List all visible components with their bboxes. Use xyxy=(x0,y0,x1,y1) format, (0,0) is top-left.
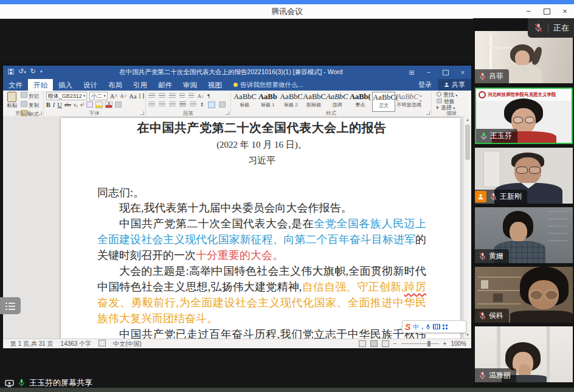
styles-dialog-launcher[interactable] xyxy=(426,111,430,115)
chinese-mode-icon[interactable]: 中 xyxy=(413,324,419,330)
close-icon[interactable]: × xyxy=(556,4,574,18)
shading-icon[interactable] xyxy=(208,101,215,108)
styles-scroll-up-icon[interactable]: ▴ xyxy=(420,93,421,97)
maximize-icon[interactable] xyxy=(538,4,556,18)
distributed-icon[interactable] xyxy=(190,101,196,108)
clipboard-dialog-launcher[interactable] xyxy=(38,111,42,115)
tell-me-box[interactable]: 告诉我您想要做什么... xyxy=(227,79,309,91)
word-restore-icon[interactable] xyxy=(437,66,454,79)
participant-tile-lvfei[interactable]: 吕菲 xyxy=(475,31,573,83)
word-minimize-icon[interactable]: − xyxy=(420,66,437,79)
tab-references[interactable]: 引用 xyxy=(128,79,153,91)
style-heading2[interactable]: AaBbC标题 2 xyxy=(280,92,302,111)
superscript-button[interactable]: x² xyxy=(80,102,84,108)
sort-icon[interactable]: A↓ xyxy=(198,93,204,99)
word-count[interactable]: 14363 个字 xyxy=(61,340,92,348)
zoom-slider[interactable] xyxy=(401,343,439,344)
strikethrough-button[interactable]: abc xyxy=(64,102,71,108)
underline-button[interactable]: U xyxy=(57,101,62,108)
ribbon-display-options-icon[interactable]: ⊞ xyxy=(403,66,420,79)
align-left-icon[interactable] xyxy=(148,101,155,108)
line-spacing-icon[interactable]: ⇕ xyxy=(200,101,204,108)
tab-home[interactable]: 开始 xyxy=(28,79,53,91)
shrink-font-button[interactable]: A˅ xyxy=(120,93,126,99)
bullets-icon[interactable] xyxy=(148,93,155,99)
find-button[interactable]: 查找 ▾ xyxy=(437,92,471,98)
participant-tile-houke[interactable]: 侯科 xyxy=(475,267,573,323)
word-document-area[interactable]: 在中国共产党第二十次全国代表大会上的报告 (2022 年 10 月 16 日)。… xyxy=(3,116,471,339)
justify-icon[interactable] xyxy=(179,101,186,108)
highlight-color-icon[interactable] xyxy=(95,101,103,108)
meeting-floating-toolbar[interactable]: 正在 xyxy=(528,18,574,38)
sign-in-button[interactable]: 登录 xyxy=(412,80,438,89)
keyboard-icon[interactable] xyxy=(433,324,440,329)
grow-font-button[interactable]: A^ xyxy=(110,93,118,100)
zoom-level[interactable]: 100% xyxy=(451,340,466,347)
change-case-button[interactable]: Aa xyxy=(129,93,136,100)
align-center-icon[interactable] xyxy=(159,101,165,108)
subscript-button[interactable]: x₂ xyxy=(74,102,78,108)
tab-view[interactable]: 视图 xyxy=(202,79,227,91)
align-right-icon[interactable] xyxy=(169,101,176,108)
document-page[interactable]: 在中国共产党第二十次全国代表大会上的报告 (2022 年 10 月 16 日)。… xyxy=(61,118,460,339)
copy-button[interactable]: 复制 xyxy=(21,101,42,109)
character-shading-icon[interactable] xyxy=(115,101,122,108)
numbering-icon[interactable] xyxy=(159,93,165,99)
sogou-input-toolbar[interactable]: S 中 , xyxy=(402,320,466,333)
participant-tile-wangxingang[interactable]: 王新刚 xyxy=(475,148,573,204)
italic-button[interactable]: I xyxy=(53,101,55,108)
participant-tile-wangyufen[interactable]: 河北科技师范学院马克思主义学院 王玉芬 xyxy=(475,88,573,144)
vertical-scrollbar[interactable]: ▴ ▾ xyxy=(463,116,471,339)
style-subtitle[interactable]: AaBbC副标题 xyxy=(303,92,325,111)
read-mode-icon[interactable] xyxy=(359,340,366,347)
undo-icon[interactable]: ↺▾ xyxy=(18,67,26,75)
show-marks-icon[interactable]: ¶ xyxy=(207,93,210,99)
multilevel-list-icon[interactable] xyxy=(169,93,176,99)
character-border-icon[interactable] xyxy=(143,93,144,99)
font-size-combo[interactable]: 小二▾ xyxy=(89,92,108,100)
increase-indent-icon[interactable] xyxy=(188,93,194,99)
borders-icon[interactable] xyxy=(219,101,226,108)
redo-icon[interactable]: ↻ xyxy=(30,67,36,75)
zoom-out-icon[interactable]: − xyxy=(393,340,397,347)
font-name-combo[interactable]: 楷体_GB2312▾ xyxy=(46,92,88,100)
style-keypoint[interactable]: AaBb(要点 xyxy=(349,92,371,111)
zoom-slider-thumb[interactable] xyxy=(427,341,431,346)
qat-customize-icon[interactable]: ▾ xyxy=(40,69,43,74)
paragraph-dialog-launcher[interactable] xyxy=(226,111,229,115)
participant-tile-huangshan[interactable]: 黄姗 xyxy=(475,207,573,263)
tab-mailings[interactable]: 邮件 xyxy=(153,79,178,91)
save-icon[interactable] xyxy=(8,69,14,75)
tab-layout[interactable]: 布局 xyxy=(103,79,128,91)
tab-file[interactable]: 文件 xyxy=(3,79,28,91)
phonetic-guide-icon[interactable] xyxy=(139,93,140,99)
punctuation-icon[interactable]: , xyxy=(421,324,423,330)
style-heading1[interactable]: AaBb标题 1 xyxy=(257,92,278,111)
participant-tile-wenyali[interactable]: 温雅丽 xyxy=(475,326,573,382)
tab-review[interactable]: 审阅 xyxy=(178,79,202,91)
cut-button[interactable]: 剪切 xyxy=(21,92,42,100)
zoom-in-icon[interactable]: + xyxy=(443,340,447,347)
tab-design[interactable]: 设计 xyxy=(78,79,103,91)
sogou-logo-icon[interactable]: S xyxy=(405,323,410,331)
scrollbar-thumb[interactable] xyxy=(465,125,470,160)
font-color-icon[interactable]: A xyxy=(105,101,112,108)
voice-input-icon[interactable] xyxy=(426,324,431,330)
tab-insert[interactable]: 插入 xyxy=(53,79,78,91)
styles-scroll-down-icon[interactable]: ▾ xyxy=(420,98,421,103)
font-dialog-launcher[interactable] xyxy=(140,111,144,115)
style-normal[interactable]: AaBbC(正文 xyxy=(372,92,395,112)
style-title[interactable]: AaBbC标题 xyxy=(233,92,255,111)
bold-button[interactable]: B xyxy=(46,101,50,108)
decrease-indent-icon[interactable] xyxy=(179,93,185,99)
style-emphasis[interactable]: AaBbC强调 xyxy=(326,92,348,111)
meeting-sidebar-handle[interactable] xyxy=(0,297,21,314)
share-button[interactable]: 共享 xyxy=(438,79,471,91)
style-subtle-emphasis[interactable]: AaBbC不明显强调 xyxy=(396,92,418,111)
web-layout-icon[interactable] xyxy=(382,340,389,347)
print-layout-icon[interactable] xyxy=(370,340,378,347)
toolbox-icon[interactable] xyxy=(443,325,448,329)
proofing-icon[interactable] xyxy=(99,340,106,348)
page-indicator[interactable]: 第 1 页,共 31 页 xyxy=(10,340,54,348)
replace-button[interactable]: 替换 xyxy=(437,98,471,105)
